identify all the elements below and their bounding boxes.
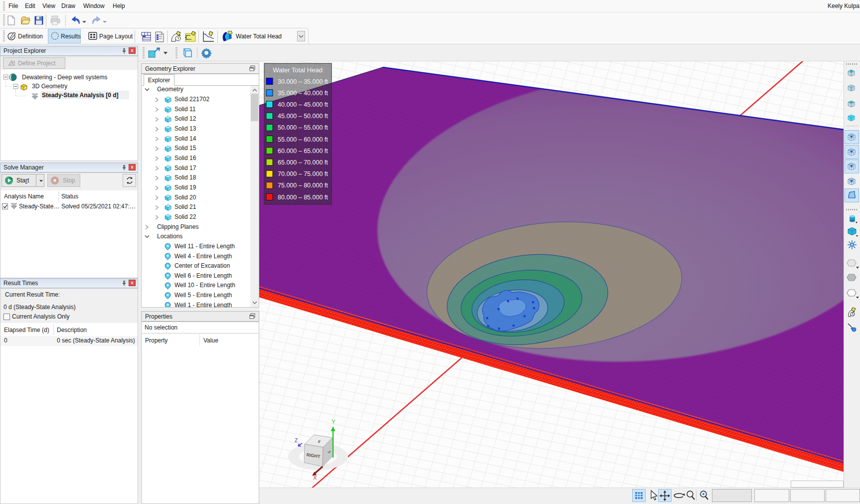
svg-text:65.000 – 70.000 ft: 65.000 – 70.000 ft [278, 159, 328, 166]
svg-text:X: X [313, 475, 317, 481]
svg-text:70.000 – 75.000 ft: 70.000 – 75.000 ft [278, 170, 328, 177]
svg-text:Water Total Head: Water Total Head [273, 66, 323, 74]
svg-text:55.000 – 60.000 ft: 55.000 – 60.000 ft [278, 136, 328, 143]
svg-text:Z: Z [295, 438, 298, 443]
svg-text:35.000 – 40.000 ft: 35.000 – 40.000 ft [278, 90, 328, 97]
svg-text:80.000 – 85.000 ft: 80.000 – 85.000 ft [278, 194, 328, 201]
svg-text:40.000 – 45.000 ft: 40.000 – 45.000 ft [278, 101, 328, 108]
svg-text:75.000 – 80.000 ft: 75.000 – 80.000 ft [278, 182, 328, 189]
svg-text:45.000 – 50.000 ft: 45.000 – 50.000 ft [278, 113, 328, 120]
svg-text:30.000 – 35.000 ft: 30.000 – 35.000 ft [278, 78, 328, 85]
svg-text:50.000 – 55.000 ft: 50.000 – 55.000 ft [278, 124, 328, 131]
svg-text:60.000 – 65.000 ft: 60.000 – 65.000 ft [278, 148, 328, 155]
svg-text:Y: Y [332, 419, 336, 425]
